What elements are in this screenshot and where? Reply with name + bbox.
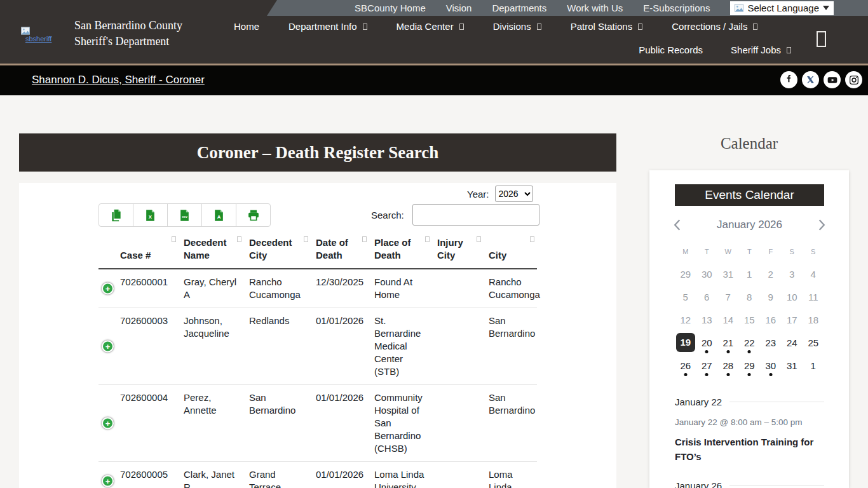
search-input[interactable]	[412, 204, 539, 226]
cell-city: Rancho Cucamonga	[484, 269, 537, 308]
calendar-day[interactable]: 6	[696, 286, 718, 309]
event-date-heading: January 26	[675, 480, 824, 488]
chevron-left-icon	[674, 219, 681, 231]
calendar-day[interactable]: 17	[782, 309, 803, 332]
event-title-link[interactable]: Crisis Intervention Training for FTO’s	[675, 435, 824, 464]
calendar-day[interactable]: 3	[782, 263, 803, 286]
export-print-button[interactable]	[236, 203, 271, 227]
utility-link-departments[interactable]: Departments	[492, 3, 546, 13]
event-dot-icon	[726, 350, 729, 353]
primary-nav-row1: HomeDepartment InfoMedia CenterDivisions…	[234, 21, 757, 32]
cell-case-number: 702600003	[115, 308, 179, 385]
export-csv-button[interactable]: csv	[167, 203, 202, 227]
col-header-place-of-death[interactable]: Place of Death	[369, 233, 432, 269]
calendar-day[interactable]: 4	[803, 263, 824, 286]
sort-icon	[172, 236, 176, 242]
calendar-day[interactable]: 15	[739, 309, 761, 332]
calendar-day[interactable]: 24	[782, 332, 803, 355]
nav-item-corrections-jails[interactable]: Corrections / Jails	[672, 21, 757, 32]
calendar-day[interactable]: 28	[717, 355, 739, 377]
instagram-icon[interactable]	[845, 71, 862, 88]
calendar-day[interactable]: 31	[782, 355, 803, 377]
expand-row-button[interactable]: +	[102, 417, 114, 430]
table-row: +702600001Gray, Cheryl ARancho Cucamonga…	[98, 269, 537, 308]
nav-item-home[interactable]: Home	[234, 21, 259, 32]
weekday-label: W	[717, 248, 739, 255]
calendar-day[interactable]: 29	[739, 355, 761, 377]
youtube-icon[interactable]	[824, 71, 841, 88]
col-header-case[interactable]: Case #	[115, 233, 179, 269]
utility-link-work-with-us[interactable]: Work with Us	[567, 3, 623, 13]
cell-case-number: 702600004	[115, 385, 179, 462]
calendar-day[interactable]: 26	[675, 355, 696, 377]
prev-month-button[interactable]	[674, 219, 681, 231]
expand-row-button[interactable]: +	[102, 283, 114, 295]
col-header-injury-city[interactable]: Injury City	[432, 233, 484, 269]
calendar-day[interactable]: 30	[696, 263, 718, 286]
printer-icon	[247, 209, 260, 222]
next-month-button[interactable]	[818, 219, 825, 231]
nav-item-public-records[interactable]: Public Records	[639, 44, 703, 55]
cell-date-of-death: 12/30/2025	[311, 269, 369, 308]
calendar-day[interactable]: 8	[739, 286, 761, 309]
cell-injury-city	[432, 462, 484, 488]
svg-text:A: A	[217, 214, 221, 219]
export-copy-button[interactable]	[98, 203, 133, 227]
nav-item-sheriff-jobs[interactable]: Sheriff Jobs	[731, 44, 791, 55]
nav-item-divisions[interactable]: Divisions	[493, 21, 541, 32]
cell-decedent-name: Perez, Annette	[179, 385, 244, 462]
calendar-day[interactable]: 30	[760, 355, 782, 377]
calendar-day[interactable]: 5	[675, 286, 696, 309]
utility-link-sbcounty-home[interactable]: SBCounty Home	[355, 3, 426, 13]
expand-row-button[interactable]: +	[102, 341, 114, 353]
calendar-day[interactable]: 16	[760, 309, 782, 332]
facebook-icon[interactable]	[780, 71, 797, 88]
calendar-day[interactable]: 14	[717, 309, 739, 332]
sort-icon	[237, 236, 241, 242]
cell-decedent-city: Rancho Cucamonga	[244, 269, 311, 308]
calendar-day[interactable]: 9	[760, 286, 782, 309]
calendar-day-today[interactable]: 19	[675, 332, 696, 355]
table-search: Search:	[371, 204, 539, 226]
nav-item-department-info[interactable]: Department Info	[288, 21, 367, 32]
x-twitter-icon[interactable]	[802, 71, 819, 88]
calendar-day[interactable]: 18	[803, 309, 824, 332]
calendar-day[interactable]: 11	[803, 286, 824, 309]
site-logo[interactable]: sbsheriff	[21, 27, 62, 46]
export-excel-button[interactable]: X	[133, 203, 168, 227]
page: SBCounty HomeVisionDepartmentsWork with …	[0, 0, 868, 488]
calendar-day[interactable]: 2	[760, 263, 782, 286]
col-header-decedent-city[interactable]: Decedent City	[244, 233, 311, 269]
language-selector[interactable]: Select Language	[730, 1, 834, 15]
calendar-day[interactable]: 7	[717, 286, 739, 309]
calendar-day[interactable]: 1	[739, 263, 761, 286]
col-header-date-of-death[interactable]: Date of Death	[311, 233, 369, 269]
expand-row-button[interactable]: +	[102, 475, 114, 487]
nav-item-media-center[interactable]: Media Center	[397, 21, 464, 32]
calendar-day[interactable]: 22	[739, 332, 761, 355]
calendar-day[interactable]: 20	[696, 332, 718, 355]
calendar-day[interactable]: 13	[696, 309, 718, 332]
col-header-city[interactable]: City	[484, 233, 537, 269]
sort-icon	[530, 236, 534, 242]
nav-item-patrol-stations[interactable]: Patrol Stations	[571, 21, 643, 32]
calendar-day[interactable]: 27	[696, 355, 718, 377]
utility-link-e-subscriptions[interactable]: E-Subscriptions	[643, 3, 710, 13]
col-header-decedent-name[interactable]: Decedent Name	[179, 233, 244, 269]
calendar-day[interactable]: 29	[675, 263, 696, 286]
calendar-day[interactable]: 23	[760, 332, 782, 355]
cell-date-of-death: 01/01/2026	[311, 385, 369, 462]
calendar-day[interactable]: 1	[803, 355, 824, 377]
export-pdf-button[interactable]: A	[201, 203, 236, 227]
breadcrumb-link[interactable]: Shannon D. Dicus, Sheriff - Coroner	[32, 74, 205, 86]
calendar-day[interactable]: 10	[782, 286, 803, 309]
calendar-day[interactable]: 31	[717, 263, 739, 286]
calendar-day[interactable]: 12	[675, 309, 696, 332]
year-select[interactable]: 2026	[495, 186, 533, 202]
col-header-control	[98, 233, 115, 269]
utility-link-vision[interactable]: Vision	[446, 3, 472, 13]
site-title-line1: San Bernardino County	[74, 18, 182, 34]
search-icon[interactable]	[817, 31, 826, 47]
calendar-day[interactable]: 21	[717, 332, 739, 355]
calendar-day[interactable]: 25	[803, 332, 824, 355]
